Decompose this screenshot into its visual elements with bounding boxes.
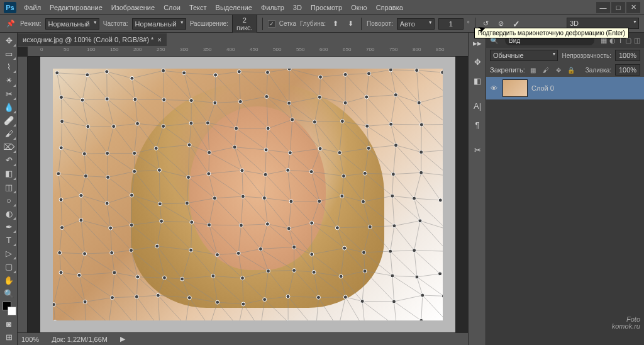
lock-transparent-icon[interactable]: ▦ <box>529 65 538 74</box>
screenmode-tool[interactable]: ⊞ <box>1 331 16 344</box>
mode-dropdown[interactable]: Нормальный <box>45 18 99 30</box>
text-tool[interactable]: T <box>1 234 16 247</box>
svg-line-8 <box>107 72 135 99</box>
lock-all-icon[interactable]: 🔒 <box>567 65 575 74</box>
mesh-checkbox[interactable]: ✓ <box>268 20 275 28</box>
svg-line-168 <box>340 148 369 152</box>
svg-line-230 <box>81 195 111 228</box>
move-tool[interactable]: ✥ <box>1 34 16 47</box>
layer-name[interactable]: Слой 0 <box>531 84 554 92</box>
lasso-tool[interactable]: ⌇ <box>1 60 16 74</box>
eraser-tool[interactable]: ◧ <box>1 167 16 180</box>
close-tab-icon[interactable]: × <box>157 36 161 43</box>
svg-line-289 <box>209 225 218 254</box>
expansion-input[interactable]: 2 пикс. <box>232 14 257 33</box>
svg-line-437 <box>318 297 338 320</box>
density-dropdown[interactable]: Нормальный <box>132 18 186 30</box>
svg-line-23 <box>239 72 267 97</box>
fill-input[interactable]: 100% <box>615 64 640 76</box>
menu-file[interactable]: Файл <box>20 2 45 13</box>
path-tool[interactable]: ▷ <box>1 247 16 260</box>
properties-panel-icon[interactable]: ✥ <box>470 54 485 69</box>
close-button[interactable]: ✕ <box>626 2 640 13</box>
svg-point-476 <box>318 95 321 99</box>
svg-point-545 <box>438 198 442 202</box>
blend-dropdown[interactable]: Обычные <box>490 50 558 61</box>
rotate-label: Поворот: <box>367 20 393 27</box>
stamp-tool[interactable]: ⌦ <box>1 140 16 154</box>
wand-tool[interactable]: ✴ <box>1 74 16 87</box>
hand-tool[interactable]: ✋ <box>1 274 16 287</box>
shape-tool[interactable]: ▢ <box>1 260 16 273</box>
canvas[interactable] <box>40 57 455 332</box>
svg-line-197 <box>189 178 215 198</box>
menu-view[interactable]: Просмотр <box>307 2 346 13</box>
rotate-dropdown[interactable]: Авто <box>397 18 435 30</box>
pin-icon[interactable]: 📌 <box>5 18 16 30</box>
menu-edit[interactable]: Редактирование <box>46 2 106 13</box>
svg-line-332 <box>191 250 213 276</box>
depth-down-icon[interactable]: ⬇ <box>345 18 356 30</box>
marquee-tool[interactable]: ▭ <box>1 47 16 60</box>
svg-line-138 <box>84 153 107 154</box>
svg-line-89 <box>419 103 443 124</box>
svg-line-18 <box>216 72 240 75</box>
svg-line-434 <box>288 297 316 320</box>
svg-line-188 <box>108 177 132 195</box>
layer-row[interactable]: 👁 Слой 0 <box>486 77 644 99</box>
svg-line-133 <box>421 125 422 152</box>
minimize-button[interactable]: — <box>596 2 610 13</box>
gradient-tool[interactable]: ◫ <box>1 181 16 194</box>
opacity-input[interactable]: 100% <box>615 50 640 61</box>
history-tool[interactable]: ↶ <box>1 154 16 167</box>
lock-position-icon[interactable]: ✥ <box>554 65 563 74</box>
svg-point-576 <box>413 249 416 252</box>
character-panel-icon[interactable]: A| <box>470 98 485 113</box>
svg-line-359 <box>414 251 440 274</box>
heal-tool[interactable]: 🩹 <box>1 114 16 127</box>
svg-line-144 <box>135 148 157 153</box>
blur-tool[interactable]: ○ <box>1 194 16 207</box>
eyedropper-tool[interactable]: 💧 <box>1 101 16 114</box>
puppet-mesh[interactable] <box>53 69 443 320</box>
dodge-tool[interactable]: ◐ <box>1 207 16 220</box>
layer-thumbnail[interactable] <box>502 79 528 97</box>
zoom-tool[interactable]: 🔍 <box>1 287 16 300</box>
crop-tool[interactable]: ✂ <box>1 88 16 101</box>
visibility-icon[interactable]: 👁 <box>489 84 499 92</box>
menu-image[interactable]: Изображение <box>108 2 158 13</box>
tools-panel-icon[interactable]: ✂ <box>470 142 485 157</box>
svg-line-426 <box>243 300 265 304</box>
adjustments-panel-icon[interactable]: ◧ <box>470 73 485 88</box>
expansion-label: Расширение: <box>190 20 228 27</box>
color-swatches[interactable] <box>1 300 16 317</box>
angle-input[interactable]: 1 <box>438 18 464 30</box>
menu-layers[interactable]: Слои <box>160 2 184 13</box>
document-tab[interactable]: исходник.jpg @ 100% (Слой 0, RGB/8#) * × <box>18 33 167 46</box>
paragraph-panel-icon[interactable]: ¶ <box>470 117 485 132</box>
filter-smart-icon[interactable]: ◫ <box>634 37 640 45</box>
statusbar: 100% Док: 1,22M/1,66M ▶ <box>18 332 468 345</box>
brush-tool[interactable]: 🖌 <box>1 127 16 140</box>
zoom-value[interactable]: 100% <box>21 336 39 343</box>
menu-text[interactable]: Текст <box>186 2 211 13</box>
statusbar-arrow-icon[interactable]: ▶ <box>120 335 125 343</box>
menu-filter[interactable]: Фильтр <box>257 2 288 13</box>
maximize-button[interactable]: □ <box>611 2 625 13</box>
svg-point-464 <box>415 69 419 72</box>
svg-line-70 <box>267 96 268 128</box>
depth-up-icon[interactable]: ⬆ <box>330 18 341 30</box>
menu-window[interactable]: Окно <box>347 2 371 13</box>
svg-line-151 <box>189 145 190 177</box>
svg-line-10 <box>132 78 135 99</box>
svg-line-420 <box>189 298 217 302</box>
svg-point-474 <box>265 94 269 98</box>
menu-select[interactable]: Выделение <box>212 2 256 13</box>
pen-tool[interactable]: ✒ <box>1 220 16 234</box>
menu-3d[interactable]: 3D <box>289 2 306 13</box>
lock-pixels-icon[interactable]: 🖌 <box>541 65 550 74</box>
svg-line-349 <box>341 248 345 276</box>
svg-line-211 <box>311 172 319 201</box>
menu-help[interactable]: Справка <box>372 2 407 13</box>
quickmask-tool[interactable]: ◙ <box>1 317 16 331</box>
